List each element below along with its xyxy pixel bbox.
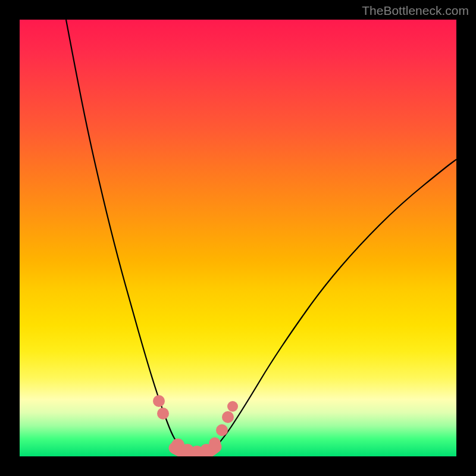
plot-gradient-background bbox=[20, 20, 456, 456]
watermark-text: TheBottleneck.com bbox=[362, 4, 469, 18]
